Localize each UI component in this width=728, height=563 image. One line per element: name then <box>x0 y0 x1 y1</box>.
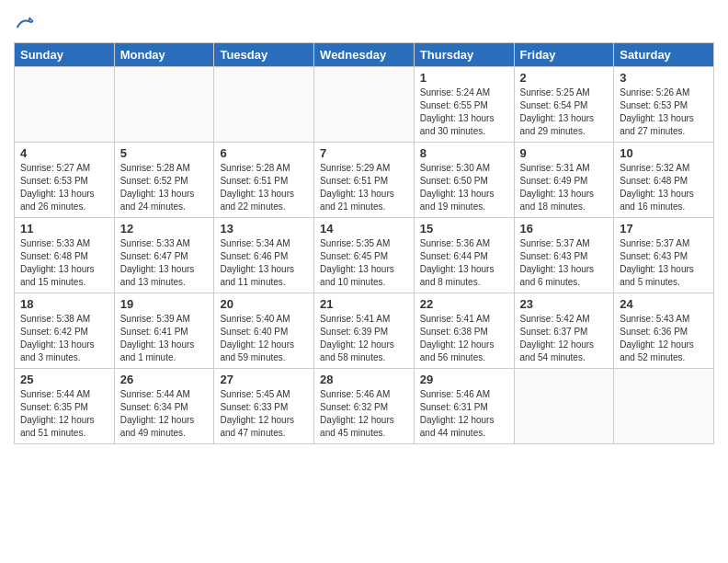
day-number: 15 <box>420 222 508 236</box>
calendar-cell: 17Sunrise: 5:37 AM Sunset: 6:43 PM Dayli… <box>614 218 714 293</box>
calendar-cell: 23Sunrise: 5:42 AM Sunset: 6:37 PM Dayli… <box>514 293 614 369</box>
day-number: 6 <box>220 146 308 160</box>
day-number: 18 <box>20 297 108 311</box>
column-header-saturday: Saturday <box>614 43 714 67</box>
page-header <box>14 9 714 37</box>
calendar-cell: 18Sunrise: 5:38 AM Sunset: 6:42 PM Dayli… <box>15 293 115 369</box>
day-number: 25 <box>20 373 108 386</box>
calendar-cell: 4Sunrise: 5:27 AM Sunset: 6:53 PM Daylig… <box>15 143 115 218</box>
day-number: 26 <box>120 373 209 386</box>
calendar-cell: 29Sunrise: 5:46 AM Sunset: 6:31 PM Dayli… <box>414 369 514 444</box>
day-info: Sunrise: 5:32 AM Sunset: 6:48 PM Dayligh… <box>620 162 708 213</box>
calendar-cell: 22Sunrise: 5:41 AM Sunset: 6:38 PM Dayli… <box>414 293 514 369</box>
calendar-cell: 21Sunrise: 5:41 AM Sunset: 6:39 PM Dayli… <box>314 293 415 369</box>
calendar-cell: 26Sunrise: 5:44 AM Sunset: 6:34 PM Dayli… <box>114 369 214 444</box>
calendar-cell <box>114 67 214 143</box>
day-number: 9 <box>520 146 609 160</box>
day-info: Sunrise: 5:40 AM Sunset: 6:40 PM Dayligh… <box>220 313 308 364</box>
calendar-cell: 5Sunrise: 5:28 AM Sunset: 6:52 PM Daylig… <box>114 143 214 218</box>
calendar-cell: 15Sunrise: 5:36 AM Sunset: 6:44 PM Dayli… <box>414 218 514 293</box>
day-info: Sunrise: 5:33 AM Sunset: 6:48 PM Dayligh… <box>20 237 108 289</box>
day-number: 11 <box>20 222 108 236</box>
day-number: 27 <box>220 373 308 386</box>
day-number: 12 <box>120 222 209 236</box>
calendar-cell: 7Sunrise: 5:29 AM Sunset: 6:51 PM Daylig… <box>314 143 415 218</box>
column-header-tuesday: Tuesday <box>214 43 314 67</box>
column-header-thursday: Thursday <box>414 43 514 67</box>
day-number: 4 <box>20 146 108 160</box>
calendar-cell: 24Sunrise: 5:43 AM Sunset: 6:36 PM Dayli… <box>614 293 714 369</box>
calendar-cell: 11Sunrise: 5:33 AM Sunset: 6:48 PM Dayli… <box>15 218 115 293</box>
day-info: Sunrise: 5:28 AM Sunset: 6:52 PM Dayligh… <box>120 162 209 213</box>
calendar-cell: 19Sunrise: 5:39 AM Sunset: 6:41 PM Dayli… <box>114 293 214 369</box>
day-number: 16 <box>520 222 609 236</box>
day-number: 29 <box>420 373 508 386</box>
logo-icon <box>16 14 34 32</box>
calendar-cell: 2Sunrise: 5:25 AM Sunset: 6:54 PM Daylig… <box>514 67 614 143</box>
day-number: 7 <box>320 146 408 160</box>
calendar-cell <box>214 67 314 143</box>
day-info: Sunrise: 5:37 AM Sunset: 6:43 PM Dayligh… <box>620 237 708 289</box>
week-row-2: 4Sunrise: 5:27 AM Sunset: 6:53 PM Daylig… <box>15 143 714 218</box>
day-number: 17 <box>620 222 708 236</box>
day-info: Sunrise: 5:45 AM Sunset: 6:33 PM Dayligh… <box>220 388 308 440</box>
day-info: Sunrise: 5:33 AM Sunset: 6:47 PM Dayligh… <box>120 237 209 289</box>
day-number: 10 <box>620 146 708 160</box>
day-info: Sunrise: 5:46 AM Sunset: 6:31 PM Dayligh… <box>420 388 508 440</box>
day-info: Sunrise: 5:35 AM Sunset: 6:45 PM Dayligh… <box>320 237 408 289</box>
day-number: 24 <box>620 297 708 311</box>
calendar-cell: 10Sunrise: 5:32 AM Sunset: 6:48 PM Dayli… <box>614 143 714 218</box>
calendar-cell <box>514 369 614 444</box>
day-info: Sunrise: 5:26 AM Sunset: 6:53 PM Dayligh… <box>620 86 708 138</box>
calendar-cell <box>314 67 415 143</box>
day-info: Sunrise: 5:27 AM Sunset: 6:53 PM Dayligh… <box>20 162 108 213</box>
calendar-cell: 9Sunrise: 5:31 AM Sunset: 6:49 PM Daylig… <box>514 143 614 218</box>
day-info: Sunrise: 5:41 AM Sunset: 6:39 PM Dayligh… <box>320 313 408 364</box>
day-number: 21 <box>320 297 408 311</box>
week-row-5: 25Sunrise: 5:44 AM Sunset: 6:35 PM Dayli… <box>15 369 714 444</box>
day-number: 3 <box>620 71 708 85</box>
day-number: 2 <box>520 71 609 85</box>
week-row-1: 1Sunrise: 5:24 AM Sunset: 6:55 PM Daylig… <box>15 67 714 143</box>
day-number: 28 <box>320 373 408 386</box>
day-info: Sunrise: 5:30 AM Sunset: 6:50 PM Dayligh… <box>420 162 508 213</box>
day-info: Sunrise: 5:46 AM Sunset: 6:32 PM Dayligh… <box>320 388 408 440</box>
day-info: Sunrise: 5:29 AM Sunset: 6:51 PM Dayligh… <box>320 162 408 213</box>
column-header-monday: Monday <box>114 43 214 67</box>
day-number: 8 <box>420 146 508 160</box>
day-info: Sunrise: 5:25 AM Sunset: 6:54 PM Dayligh… <box>520 86 609 138</box>
calendar-body: 1Sunrise: 5:24 AM Sunset: 6:55 PM Daylig… <box>15 67 714 444</box>
day-number: 20 <box>220 297 308 311</box>
day-info: Sunrise: 5:42 AM Sunset: 6:37 PM Dayligh… <box>520 313 609 364</box>
column-header-sunday: Sunday <box>15 43 115 67</box>
calendar-cell: 25Sunrise: 5:44 AM Sunset: 6:35 PM Dayli… <box>15 369 115 444</box>
day-info: Sunrise: 5:37 AM Sunset: 6:43 PM Dayligh… <box>520 237 609 289</box>
day-info: Sunrise: 5:44 AM Sunset: 6:35 PM Dayligh… <box>20 388 108 440</box>
column-header-wednesday: Wednesday <box>314 43 415 67</box>
day-info: Sunrise: 5:38 AM Sunset: 6:42 PM Dayligh… <box>20 313 108 364</box>
logo <box>14 14 34 37</box>
day-number: 22 <box>420 297 508 311</box>
day-info: Sunrise: 5:41 AM Sunset: 6:38 PM Dayligh… <box>420 313 508 364</box>
day-number: 1 <box>420 71 508 85</box>
day-info: Sunrise: 5:34 AM Sunset: 6:46 PM Dayligh… <box>220 237 308 289</box>
day-number: 23 <box>520 297 609 311</box>
calendar-cell: 12Sunrise: 5:33 AM Sunset: 6:47 PM Dayli… <box>114 218 214 293</box>
calendar-cell: 20Sunrise: 5:40 AM Sunset: 6:40 PM Dayli… <box>214 293 314 369</box>
day-info: Sunrise: 5:39 AM Sunset: 6:41 PM Dayligh… <box>120 313 209 364</box>
day-number: 14 <box>320 222 408 236</box>
calendar-cell <box>15 67 115 143</box>
day-number: 5 <box>120 146 209 160</box>
day-info: Sunrise: 5:36 AM Sunset: 6:44 PM Dayligh… <box>420 237 508 289</box>
week-row-3: 11Sunrise: 5:33 AM Sunset: 6:48 PM Dayli… <box>15 218 714 293</box>
calendar-cell: 27Sunrise: 5:45 AM Sunset: 6:33 PM Dayli… <box>214 369 314 444</box>
calendar-cell: 14Sunrise: 5:35 AM Sunset: 6:45 PM Dayli… <box>314 218 415 293</box>
calendar-cell <box>614 369 714 444</box>
day-info: Sunrise: 5:28 AM Sunset: 6:51 PM Dayligh… <box>220 162 308 213</box>
calendar-cell: 28Sunrise: 5:46 AM Sunset: 6:32 PM Dayli… <box>314 369 415 444</box>
day-info: Sunrise: 5:31 AM Sunset: 6:49 PM Dayligh… <box>520 162 609 213</box>
calendar-cell: 13Sunrise: 5:34 AM Sunset: 6:46 PM Dayli… <box>214 218 314 293</box>
calendar-header-row: SundayMondayTuesdayWednesdayThursdayFrid… <box>15 43 714 67</box>
day-number: 13 <box>220 222 308 236</box>
calendar-table: SundayMondayTuesdayWednesdayThursdayFrid… <box>14 42 714 444</box>
